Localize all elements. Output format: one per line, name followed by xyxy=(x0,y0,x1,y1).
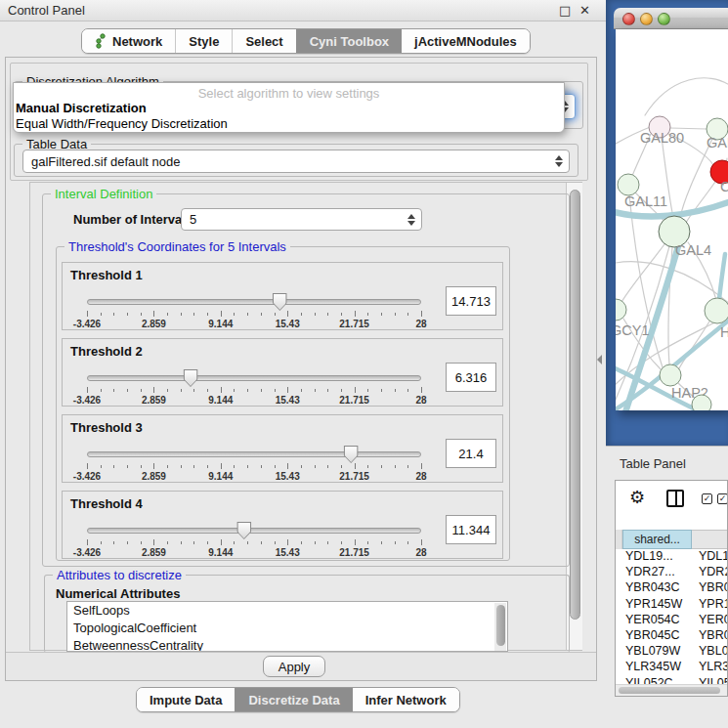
table-row[interactable]: YPR145WYPR145W xyxy=(616,597,728,613)
tab-discretize-data[interactable]: Discretize Data xyxy=(235,688,352,711)
threshold-slider[interactable]: -3.4262.8599.14415.4321.71528 xyxy=(87,451,421,481)
horizontal-scrollbar[interactable] xyxy=(616,684,727,696)
tick-mark xyxy=(127,465,128,468)
slider-track[interactable] xyxy=(87,451,421,457)
threshold-slider[interactable]: -3.4262.8599.14415.4321.71528 xyxy=(87,375,421,405)
cell-shared-name[interactable]: YDR27... xyxy=(616,565,692,580)
panel-title: Control Panel xyxy=(8,3,85,18)
checkbox-icon[interactable]: ✓ xyxy=(702,493,712,504)
popup-option-equal-width[interactable]: Equal Width/Frequency Discretization xyxy=(14,116,564,132)
tick-mark xyxy=(181,389,182,392)
close-traffic-light-icon[interactable] xyxy=(622,13,635,25)
node-label: GAL11 xyxy=(624,193,667,209)
tick-mark xyxy=(234,465,235,468)
tick-mark xyxy=(141,541,142,544)
column-header-shared[interactable]: shared... xyxy=(622,530,692,549)
cell-name[interactable]: YDR27... xyxy=(692,565,728,580)
splitter-collapse-icon[interactable] xyxy=(597,355,602,364)
slider-track[interactable] xyxy=(87,299,421,305)
tab-cyni-toolbox[interactable]: Cyni Toolbox xyxy=(296,29,402,53)
checkbox-icon[interactable]: ✓ xyxy=(717,493,728,504)
tick-mark xyxy=(113,313,114,316)
scrollbar-thumb[interactable] xyxy=(496,605,505,646)
list-scrollbar[interactable] xyxy=(494,603,506,652)
cell-shared-name[interactable]: YDL19... xyxy=(616,549,692,565)
slider-thumb[interactable] xyxy=(184,369,198,387)
tab-style[interactable]: Style xyxy=(175,29,232,53)
numerical-attributes-list[interactable]: SelfLoopsTopologicalCoefficientBetweenne… xyxy=(66,601,508,652)
slider-track[interactable] xyxy=(87,528,421,534)
table-row[interactable]: YBR043CYBR043C xyxy=(616,580,728,596)
cell-shared-name[interactable]: YBR045C xyxy=(616,628,692,644)
number-of-intervals-combobox[interactable]: 5 xyxy=(181,208,422,231)
network-node[interactable] xyxy=(692,395,711,410)
network-node[interactable] xyxy=(660,364,681,386)
tick-mark xyxy=(275,465,276,468)
tick-mark xyxy=(261,465,262,468)
scale-label: 15.43 xyxy=(276,319,300,329)
slider-thumb[interactable] xyxy=(273,293,287,311)
tick-mark xyxy=(367,389,368,392)
tab-infer-network[interactable]: Infer Network xyxy=(353,688,459,711)
cell-shared-name[interactable]: YBL079W xyxy=(616,644,692,660)
list-item[interactable]: TopologicalCoefficient xyxy=(67,620,507,637)
network-node[interactable] xyxy=(618,174,639,195)
slider-thumb[interactable] xyxy=(344,446,359,463)
tab-jactivemnodules[interactable]: jActiveMNodules xyxy=(402,29,530,53)
tick-mark xyxy=(421,463,422,469)
table-row[interactable]: YBL079WYBL079W xyxy=(616,644,728,660)
table-row[interactable]: YER054CYER054C xyxy=(616,613,728,628)
tick-mark xyxy=(381,541,382,544)
zoom-traffic-light-icon[interactable] xyxy=(658,13,670,25)
table-data-combobox[interactable]: galFiltered.sif default node xyxy=(22,150,570,173)
cell-name[interactable]: YBR045C xyxy=(692,628,728,644)
tick-mark xyxy=(234,389,235,392)
list-item[interactable]: SelfLoops xyxy=(67,602,507,620)
tick-mark xyxy=(167,313,168,316)
tick-mark xyxy=(247,389,248,392)
threshold-value-field[interactable]: 21.4 xyxy=(446,439,496,468)
threshold-value-field[interactable]: 14.713 xyxy=(446,286,496,316)
table-row[interactable]: YDR27...YDR27... xyxy=(616,565,728,580)
cell-shared-name[interactable]: YBR043C xyxy=(616,580,692,596)
cell-name[interactable]: YER054C xyxy=(692,613,728,628)
network-node[interactable] xyxy=(616,299,626,321)
threshold-value-field[interactable]: 11.344 xyxy=(446,515,496,544)
list-item[interactable]: BetweennessCentrality xyxy=(67,637,507,652)
cell-shared-name[interactable]: YPR145W xyxy=(616,597,692,613)
tab-impute-data[interactable]: Impute Data xyxy=(137,688,235,711)
table-row[interactable]: YBR045CYBR045C xyxy=(616,628,728,644)
threshold-value-field[interactable]: 6.316 xyxy=(446,363,496,392)
node-label: GAL80 xyxy=(640,130,684,146)
cell-name[interactable]: YPR145W xyxy=(692,597,728,613)
close-icon[interactable]: ✕ xyxy=(579,3,590,18)
cell-shared-name[interactable]: YLR345W xyxy=(616,660,692,675)
columns-icon[interactable] xyxy=(666,490,684,507)
slider-thumb[interactable] xyxy=(236,522,251,539)
cell-name[interactable]: YBL079W xyxy=(692,644,728,660)
cell-name[interactable]: YBR043C xyxy=(692,580,728,596)
tab-select[interactable]: Select xyxy=(232,29,295,53)
table-row[interactable]: YLR345WYLR345W xyxy=(616,660,728,675)
minimize-traffic-light-icon[interactable] xyxy=(640,13,653,25)
cell-name[interactable]: YDL19... xyxy=(692,549,728,565)
scrollbar-thumb[interactable] xyxy=(570,190,580,620)
network-canvas[interactable]: GAL80GALCGAL11GAL4GCY1HHAP2 xyxy=(616,29,728,410)
float-window-icon[interactable]: □ xyxy=(559,3,571,18)
cell-name[interactable]: YLR345W xyxy=(692,660,728,675)
threshold-slider[interactable]: -3.4262.8599.14415.4321.71528 xyxy=(87,299,421,328)
network-window-titlebar[interactable] xyxy=(614,8,728,29)
tick-mark xyxy=(153,387,154,393)
tab-network[interactable]: Network xyxy=(82,29,175,53)
popup-placeholder-item[interactable]: Select algorithm to view settings xyxy=(14,83,564,101)
column-header-name[interactable]: name xyxy=(692,530,728,549)
scrollbar-thumb[interactable] xyxy=(619,687,720,694)
table-row[interactable]: YDL19...YDL19... xyxy=(616,549,728,565)
popup-option-manual[interactable]: Manual Discretization xyxy=(14,101,564,116)
slider-track[interactable] xyxy=(87,375,421,381)
network-node[interactable] xyxy=(705,298,728,323)
apply-button[interactable]: Apply xyxy=(263,656,325,677)
gear-icon[interactable]: ⚙ xyxy=(629,487,645,507)
threshold-slider[interactable]: -3.4262.8599.14415.4321.71528 xyxy=(87,528,421,557)
cell-shared-name[interactable]: YER054C xyxy=(616,613,692,628)
